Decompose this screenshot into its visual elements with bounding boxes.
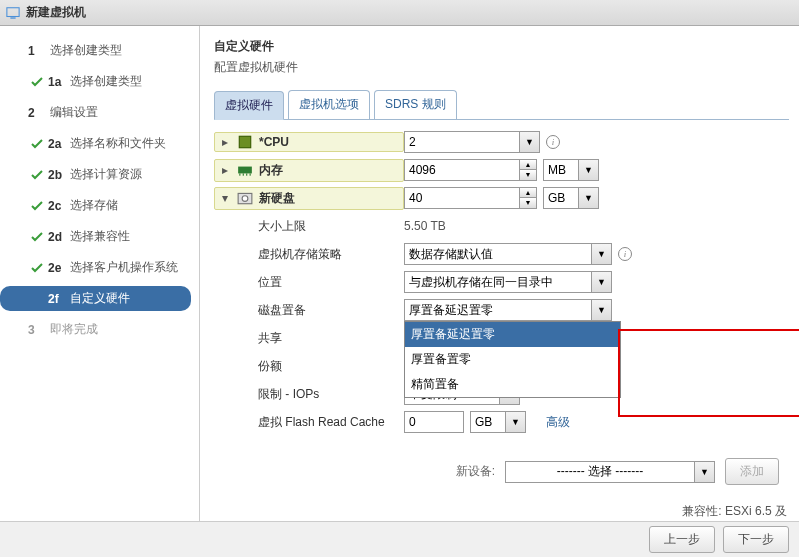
content-pane: 自定义硬件 配置虚拟机硬件 虚拟硬件 虚拟机选项 SDRS 规则 ▸ *CPU … xyxy=(200,26,799,521)
row-new-disk: ▾ 新硬盘 ▲▼ ▼ xyxy=(214,186,789,210)
sidebar-item-2c[interactable]: 2c 选择存储 xyxy=(0,193,191,218)
expand-icon[interactable]: ▸ xyxy=(219,135,231,149)
sidebar-item-2f[interactable]: 2f 自定义硬件 xyxy=(0,286,191,311)
new-device-row: 新设备: ▼ 添加 xyxy=(214,458,789,485)
expand-icon[interactable]: ▸ xyxy=(219,163,231,177)
cpu-select[interactable]: ▼ xyxy=(404,131,540,153)
add-device-button[interactable]: 添加 xyxy=(725,458,779,485)
info-icon[interactable]: i xyxy=(618,247,632,261)
blank-icon xyxy=(10,45,24,57)
section-desc: 配置虚拟机硬件 xyxy=(214,59,789,76)
memory-unit-select[interactable]: ▼ xyxy=(543,159,599,181)
provision-option-thin[interactable]: 精简置备 xyxy=(405,372,620,397)
disk-label: 新硬盘 xyxy=(259,190,295,207)
row-disk-provision: 磁盘置备 ▼ 厚置备延迟置零 厚置备置零 精简置备 xyxy=(214,298,789,322)
check-icon xyxy=(30,138,44,150)
check-icon xyxy=(30,262,44,274)
spin-down-icon[interactable]: ▼ xyxy=(520,198,536,208)
blank-icon xyxy=(10,324,24,336)
info-icon[interactable]: i xyxy=(546,135,560,149)
disk-unit-select[interactable]: ▼ xyxy=(543,187,599,209)
chevron-down-icon[interactable]: ▼ xyxy=(592,243,612,265)
check-icon xyxy=(30,169,44,181)
sidebar-item-3: 3 即将完成 xyxy=(0,317,191,342)
memory-label: 内存 xyxy=(259,162,283,179)
window-title: 新建虚拟机 xyxy=(26,4,86,21)
check-icon xyxy=(30,231,44,243)
provision-option-thick-lazy[interactable]: 厚置备延迟置零 xyxy=(405,322,620,347)
disk-size-spinner[interactable]: ▲▼ xyxy=(404,187,537,209)
svg-rect-7 xyxy=(250,173,251,175)
svg-rect-1 xyxy=(10,17,15,18)
chevron-down-icon[interactable]: ▼ xyxy=(579,187,599,209)
check-icon xyxy=(30,76,44,88)
sidebar-item-2d[interactable]: 2d 选择兼容性 xyxy=(0,224,191,249)
provision-dropdown-list: 厚置备延迟置零 厚置备置零 精简置备 xyxy=(404,321,621,398)
cpu-label: *CPU xyxy=(259,135,289,149)
svg-rect-2 xyxy=(239,136,250,147)
spin-down-icon[interactable]: ▼ xyxy=(520,170,536,180)
spin-up-icon[interactable]: ▲ xyxy=(520,160,536,170)
svg-point-9 xyxy=(242,196,248,202)
blank-icon xyxy=(10,107,24,119)
spin-up-icon[interactable]: ▲ xyxy=(520,188,536,198)
next-button[interactable]: 下一步 xyxy=(723,526,789,553)
svg-rect-3 xyxy=(238,167,252,174)
row-max-size: 大小上限 5.50 TB xyxy=(214,214,789,238)
row-memory: ▸ 内存 ▲▼ ▼ xyxy=(214,158,789,182)
provision-option-thick-eager[interactable]: 厚置备置零 xyxy=(405,347,620,372)
svg-rect-5 xyxy=(243,173,244,175)
blank-icon xyxy=(30,293,44,305)
sidebar-item-2b[interactable]: 2b 选择计算资源 xyxy=(0,162,191,187)
policy-select[interactable]: ▼ xyxy=(404,243,612,265)
tabs: 虚拟硬件 虚拟机选项 SDRS 规则 xyxy=(214,90,789,120)
row-storage-policy: 虚拟机存储策略 ▼ i xyxy=(214,242,789,266)
chevron-down-icon[interactable]: ▼ xyxy=(579,159,599,181)
tab-virtual-hardware[interactable]: 虚拟硬件 xyxy=(214,91,284,120)
svg-rect-0 xyxy=(7,7,19,16)
vm-icon xyxy=(6,6,20,20)
new-device-label: 新设备: xyxy=(456,463,495,480)
wizard-sidebar: 1 选择创建类型 1a 选择创建类型 2 编辑设置 2a 选择名称和文件夹 2b… xyxy=(0,26,200,521)
flash-cache-input[interactable] xyxy=(404,411,464,433)
memory-icon xyxy=(237,163,253,177)
chevron-down-icon[interactable]: ▼ xyxy=(695,461,715,483)
sidebar-item-2[interactable]: 2 编辑设置 xyxy=(0,100,191,125)
compatibility-text: 兼容性: ESXi 6.5 及 xyxy=(214,503,789,520)
sidebar-item-2a[interactable]: 2a 选择名称和文件夹 xyxy=(0,131,191,156)
wizard-footer: 上一步 下一步 xyxy=(0,521,799,557)
advanced-link[interactable]: 高级 xyxy=(546,414,570,431)
provision-select[interactable]: ▼ 厚置备延迟置零 厚置备置零 精简置备 xyxy=(404,299,612,321)
sidebar-item-1a[interactable]: 1a 选择创建类型 xyxy=(0,69,191,94)
tab-sdrs-rules[interactable]: SDRS 规则 xyxy=(374,90,457,119)
memory-spinner[interactable]: ▲▼ xyxy=(404,159,537,181)
new-device-select[interactable]: ▼ xyxy=(505,461,715,483)
check-icon xyxy=(30,200,44,212)
section-title: 自定义硬件 xyxy=(214,38,789,55)
row-cpu: ▸ *CPU ▼ i xyxy=(214,130,789,154)
back-button[interactable]: 上一步 xyxy=(649,526,715,553)
chevron-down-icon[interactable]: ▼ xyxy=(592,271,612,293)
max-size-value: 5.50 TB xyxy=(404,219,446,233)
collapse-icon[interactable]: ▾ xyxy=(219,191,231,205)
row-flash-cache: 虚拟 Flash Read Cache ▼ 高级 xyxy=(214,410,789,434)
svg-rect-6 xyxy=(246,173,247,175)
titlebar: 新建虚拟机 xyxy=(0,0,799,26)
sidebar-item-2e[interactable]: 2e 选择客户机操作系统 xyxy=(0,255,191,280)
sidebar-item-1[interactable]: 1 选择创建类型 xyxy=(0,38,191,63)
location-select[interactable]: ▼ xyxy=(404,271,612,293)
chevron-down-icon[interactable]: ▼ xyxy=(520,131,540,153)
disk-icon xyxy=(237,191,253,205)
chevron-down-icon[interactable]: ▼ xyxy=(506,411,526,433)
flash-unit-select[interactable]: ▼ xyxy=(470,411,526,433)
cpu-icon xyxy=(237,135,253,149)
tab-vm-options[interactable]: 虚拟机选项 xyxy=(288,90,370,119)
svg-rect-4 xyxy=(239,173,240,175)
chevron-down-icon[interactable]: ▼ xyxy=(592,299,612,321)
row-location: 位置 ▼ xyxy=(214,270,789,294)
